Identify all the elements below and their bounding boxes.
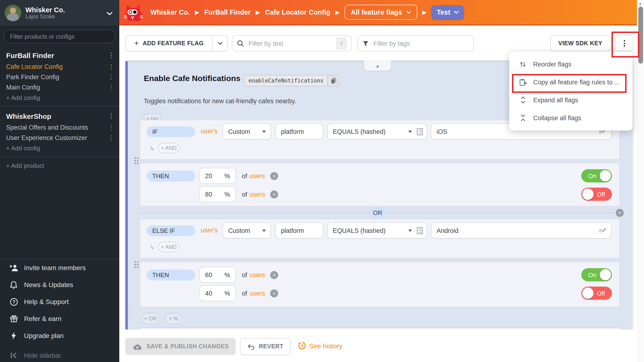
account-switcher[interactable]: Whisker Co. Lajos Szoke [0,0,119,26]
help-support[interactable]: ? Help & Support [0,293,119,310]
toggle-knob [600,170,611,182]
flag-description: Toggles notifications for new cat-friend… [144,98,296,105]
percentage-input[interactable]: 60 % [200,267,236,283]
filter-by-text-input[interactable] [248,39,333,47]
remove-percentage-button[interactable]: × [270,289,278,297]
sidebar-item-park-finder-config[interactable]: Park Finder Config ⋮ [0,72,119,82]
kebab-icon[interactable]: ⋮ [108,63,114,70]
toolbar [119,0,637,35]
kebab-icon[interactable]: ⋮ [108,74,114,80]
menu-item-expand-all-flags[interactable]: Expand all flags [509,91,633,109]
news-updates[interactable]: News & Updates [0,276,119,293]
toggle-knob [582,188,594,200]
sidebar-product-furball[interactable]: FurBall Finder ⋮ [0,49,119,61]
add-percentage-button[interactable]: + % [165,313,182,324]
search-icon [237,40,244,47]
add-and-condition-button[interactable]: + AND [158,143,180,153]
attribute-name-input[interactable]: platform [275,124,324,140]
scrollbar-thumb[interactable] [638,6,643,64]
kebab-icon[interactable]: ⋮ [108,113,114,119]
menu-item-copy-all-rules[interactable]: Copy all feature flag rules to ... [509,73,633,91]
filter-by-text-field[interactable]: / [232,35,352,52]
drag-handle[interactable] [134,261,138,268]
collapse-sidebar-icon [8,352,19,359]
chevron-down-icon [218,42,222,45]
users-link[interactable]: users [250,191,265,198]
collapse-card-button[interactable]: ▲ [364,61,392,71]
branch-arrow-icon: ↳ [150,144,155,152]
remove-percentage-button[interactable]: × [270,190,278,198]
sidebar-item-main-config[interactable]: Main Config ⋮ [0,82,119,92]
bolt-icon [8,332,19,340]
serve-off-toggle[interactable]: Off [581,286,612,300]
sidebar-filter-input[interactable] [4,30,116,43]
remove-rule-button[interactable]: × [616,209,624,217]
add-config-button[interactable]: + Add config [0,92,119,103]
scroll-up-arrow[interactable]: ▲ [638,2,642,6]
serve-on-toggle[interactable]: On [581,268,612,282]
view-sdk-key-button[interactable]: VIEW SDK KEY [550,35,610,52]
serve-off-toggle[interactable]: Off [581,188,612,201]
bottom-action-bar: SAVE & PUBLISH CHANGES REVERT See histor… [119,330,637,362]
comparison-value-input[interactable]: Android [431,222,612,238]
flag-key-badge: enableCafeNotifications [244,75,340,86]
sidebar-product-whiskershop[interactable]: WhiskerShop ⋮ [0,110,119,122]
avatar [5,5,21,21]
upgrade-plan[interactable]: Upgrade plan [0,327,119,344]
scrollbar[interactable]: ▲ [637,0,644,362]
flag-title: Enable Cafe Notifications [144,74,240,84]
kebab-icon[interactable]: ⋮ [108,84,114,90]
add-or-rule-button[interactable]: + OR [142,313,159,324]
funnel-icon [362,40,369,46]
drag-handle[interactable] [134,158,138,164]
gift-icon [8,315,19,322]
sidebar-item-special-offers[interactable]: Special Offers and Discounts ⋮ [0,122,119,132]
refer-earn[interactable]: Refer & earn [0,310,119,327]
filter-by-tags-field[interactable] [357,35,474,52]
attribute-type-select[interactable]: Custom [222,222,271,238]
toggle-knob [600,269,611,280]
bell-icon [8,281,19,289]
percentage-input[interactable]: 40 % [200,285,236,301]
remove-percentage-button[interactable]: × [270,172,278,180]
flags-overflow-menu-button[interactable] [615,35,633,52]
or-badge: OR [370,207,386,219]
kebab-icon[interactable]: ⋮ [108,52,114,58]
hide-sidebar-button[interactable]: Hide sidebar [0,347,128,362]
revert-button[interactable]: REVERT [240,338,290,355]
attribute-type-select[interactable]: Custom [222,124,271,140]
add-feature-flag-button[interactable]: + ADD FEATURE FLAG [126,35,228,52]
chevron-down-icon [408,130,412,133]
add-feature-flag-menu-button[interactable] [212,36,227,51]
save-publish-button[interactable]: SAVE & PUBLISH CHANGES [126,338,236,355]
rule-keyword: IF [146,126,195,137]
percentage-input[interactable]: 20 % [200,168,236,184]
clipboard-copy-icon [518,78,527,86]
comparator-select[interactable]: EQUALS (hashed) [327,222,427,238]
invite-team-members[interactable]: Invite team members [0,259,119,276]
attribute-name-input[interactable]: platform [275,222,324,238]
add-product-button[interactable]: + Add product [0,160,119,171]
sidebar-item-cafe-locator-config[interactable]: Cafe Locator Config ⋮ [0,61,119,72]
kebab-icon[interactable]: ⋮ [108,124,114,130]
users-link[interactable]: users [250,271,265,278]
see-history-link[interactable]: See history [298,342,342,350]
add-and-condition-button[interactable]: + AND [158,242,180,252]
card-accent-bar [126,61,128,330]
remove-percentage-button[interactable]: × [270,271,278,279]
serve-on-toggle[interactable]: On [581,169,612,182]
users-link[interactable]: users [250,172,265,179]
users-link[interactable]: users [250,290,265,297]
kebab-icon[interactable]: ⋮ [108,134,114,141]
add-config-button[interactable]: + Add config [0,143,119,153]
expand-icon [518,96,527,104]
menu-item-collapse-all-flags[interactable]: Collapse all flags [509,109,633,127]
filter-by-tags-input[interactable] [372,39,468,47]
percentage-input[interactable]: 80 % [200,186,236,202]
rule-subject: user's [201,227,218,234]
menu-item-reorder-flags[interactable]: Reorder flags [509,55,633,73]
comparator-select[interactable]: EQUALS (hashed) [327,124,427,140]
sidebar-item-ux-customizer[interactable]: User Experience Customizer ⋮ [0,132,119,143]
chevron-down-icon [106,9,113,17]
copy-key-button[interactable] [328,76,339,86]
